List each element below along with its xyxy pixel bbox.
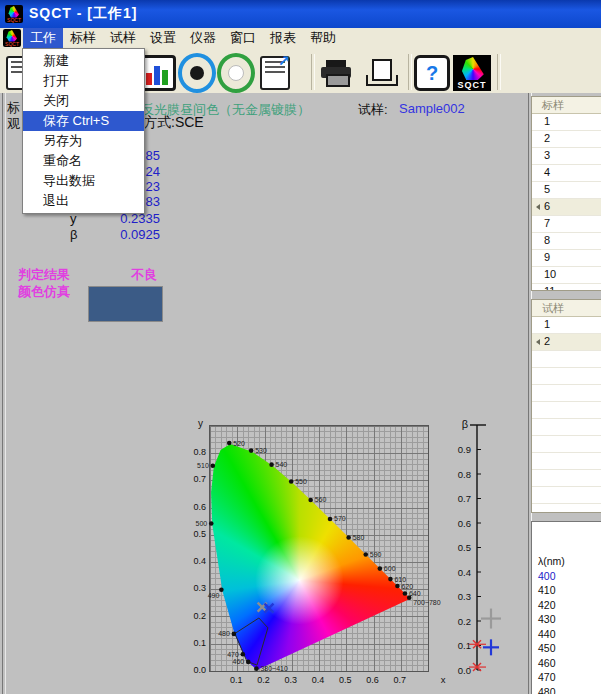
svg-text:0.3: 0.3 [458,591,471,602]
menu-item-close[interactable]: 关闭 [23,91,144,111]
svg-text:0.6: 0.6 [458,518,471,529]
menubar-item-window[interactable]: 窗口 [223,28,263,48]
print-preview-icon [366,59,396,87]
standard-row-selected[interactable]: 6 [532,199,601,216]
work-menu-dropdown: 新建 打开 关闭 保存 Ctrl+S 另存为 重命名 导出数据 退出 [22,48,145,214]
svg-text:y: y [198,418,203,429]
locus-label: 470 [227,651,239,658]
locus-label: 380~410 [260,665,288,672]
standard-row[interactable]: 3 [532,148,601,165]
locus-label: 510 [197,462,209,469]
test-list-panel: 试样 1 2 [531,299,601,513]
sample-name: Sample002 [399,101,465,116]
standard-row[interactable]: 4 [532,165,601,182]
svg-text:0.9: 0.9 [458,444,471,455]
color-simulation-label: 颜色仿真 [18,283,70,301]
standard-row[interactable]: 11 [532,284,601,291]
standard-row[interactable]: 5 [532,182,601,199]
locus-dot [346,535,351,540]
color-simulation-swatch [88,286,163,322]
wavelength-row[interactable]: 460 [532,657,601,672]
wavelength-row-selected[interactable]: 400 [532,570,601,585]
svg-text:0.5: 0.5 [339,675,352,685]
locus-dot [388,577,393,582]
standard-row[interactable]: 7 [532,216,601,233]
menu-item-rename[interactable]: 重命名 [23,151,144,171]
menubar-item-help[interactable]: 帮助 [303,28,343,48]
menubar-item-work[interactable]: 工作 [23,28,63,48]
about-sqct-button[interactable]: SQCT [453,55,491,91]
test-row-empty [532,504,601,513]
menu-item-new[interactable]: 新建 [23,51,144,71]
chart-icon [140,55,176,91]
standard-row[interactable]: 1 [532,114,601,131]
locus-dot [289,479,294,484]
menubar-item-instrument[interactable]: 仪器 [183,28,223,48]
client-border [2,93,6,694]
wavelength-row[interactable]: 430 [532,613,601,628]
test-row-empty [532,453,601,470]
locus-dot [395,584,400,589]
test-row[interactable]: 1 [532,317,601,334]
menubar-item-report[interactable]: 报表 [263,28,303,48]
locus-dot [227,441,232,446]
locus-dot [219,587,224,592]
locus-label: 590 [370,551,382,558]
locus-dot [328,517,333,522]
locus-label: 700~780 [413,599,441,606]
standard-row[interactable]: 8 [532,233,601,250]
svg-text:0.2: 0.2 [193,611,206,621]
locus-label: 640 [409,590,421,597]
help-button[interactable]: ? [413,55,451,91]
locus-dot [246,660,251,665]
menu-item-export-data[interactable]: 导出数据 [23,171,144,191]
locus-label: 490 [208,592,220,599]
menu-item-exit[interactable]: 退出 [23,191,144,211]
menubar-item-standard[interactable]: 标样 [63,28,103,48]
chromaticity-chart: 4604704804905005105205305405505605705805… [180,414,510,694]
test-panel-header: 试样 [532,300,601,317]
locus-label: 580 [353,534,365,541]
standard-list-panel: 标样 1 2 3 4 5 6 7 8 9 10 11 [531,96,601,291]
test-row-empty [532,419,601,436]
svg-text:0.2: 0.2 [458,616,471,627]
printer-icon [321,60,351,86]
svg-text:0.1: 0.1 [193,638,206,648]
menu-item-save-as[interactable]: 另存为 [23,131,144,151]
wavelength-row[interactable]: 470 [532,671,601,686]
locus-dot [232,632,237,637]
standard-row[interactable]: 2 [532,131,601,148]
locus-dot [254,666,259,671]
menu-item-open[interactable]: 打开 [23,71,144,91]
judgment-result: 不良 [131,266,157,284]
measure-sample-button[interactable] [217,55,255,91]
standard-row[interactable]: 9 [532,250,601,267]
test-row-empty [532,487,601,504]
menubar-item-settings[interactable]: 设置 [143,28,183,48]
wavelength-row[interactable]: 440 [532,628,601,643]
svg-text:0.8: 0.8 [458,469,471,480]
svg-text:0.0: 0.0 [193,665,206,675]
export-report-button[interactable]: ↗ [256,55,294,91]
locus-dot [363,552,368,557]
locus-dot [241,652,246,657]
measure-standard-button[interactable] [178,55,216,91]
test-row-selected[interactable]: 2 [532,334,601,351]
judgment-label: 判定结果 [18,266,70,284]
svg-text:0.4: 0.4 [458,567,471,578]
selected-row-marker [536,204,540,210]
wavelength-row[interactable]: 450 [532,642,601,657]
toolbar-separator [311,54,315,90]
print-preview-button[interactable] [362,55,400,91]
wavelength-row[interactable]: 410 [532,584,601,599]
mdi-child-icon[interactable]: SQCT [3,29,21,47]
locus-label: 460 [233,658,245,665]
menu-item-save[interactable]: 保存 Ctrl+S [23,111,144,131]
svg-text:0.3: 0.3 [193,583,206,593]
svg-text:0.5: 0.5 [193,529,206,539]
menubar-item-sample[interactable]: 试样 [103,28,143,48]
standard-row[interactable]: 10 [532,267,601,284]
wavelength-row[interactable]: 420 [532,599,601,614]
wavelength-row[interactable]: 480 [532,686,601,694]
print-button[interactable] [317,55,355,91]
